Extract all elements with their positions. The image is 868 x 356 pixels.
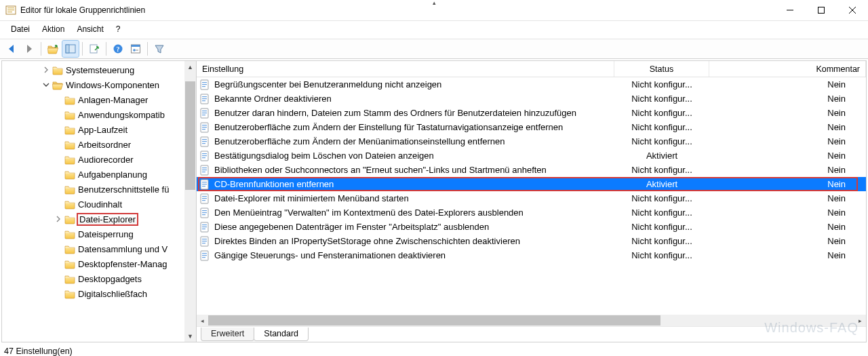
list-header: ▴ Einstellung Status Kommentar (197, 61, 866, 77)
tree-node-label: Anwendungskompatib (78, 110, 165, 120)
tree-node[interactable]: Arbeitsordner (6, 137, 196, 152)
scroll-down-icon[interactable]: ▼ (184, 330, 196, 342)
menu-action[interactable]: Aktion (37, 24, 70, 35)
back-button[interactable] (3, 41, 20, 57)
maximize-button[interactable] (806, 0, 837, 20)
folder-icon (64, 139, 75, 150)
forward-button[interactable] (21, 41, 37, 57)
tree-scrollbar[interactable]: ▲ ▼ (184, 61, 196, 342)
hscroll-thumb[interactable] (208, 315, 660, 325)
properties-icon[interactable] (127, 41, 144, 57)
filter-icon[interactable] (151, 41, 167, 57)
tree-node[interactable]: Anwendungskompatib (6, 107, 196, 122)
menu-help[interactable]: ? (111, 24, 126, 35)
tree-node[interactable]: Audiorecorder (6, 152, 196, 167)
chevron-right-icon[interactable] (43, 66, 52, 73)
export-list-icon[interactable] (86, 41, 102, 57)
tree-node[interactable]: Anlagen-Manager (6, 92, 196, 107)
tree-node[interactable]: App-Laufzeit (6, 122, 196, 137)
help-icon[interactable]: ? (110, 41, 126, 57)
list-row[interactable]: Gängige Steuerungs- und Fensteranimation… (197, 248, 866, 262)
tree-node-label: Arbeitsordner (78, 140, 131, 150)
tree-node-label: Windows-Komponenten (66, 80, 159, 90)
column-setting-label: Einstellung (202, 64, 243, 74)
list-body[interactable]: Begrüßungscenter bei Benutzeranmeldung n… (197, 77, 866, 315)
tree[interactable]: SystemsteuerungWindows-KomponentenAnlage… (2, 61, 196, 342)
minimize-button[interactable] (774, 0, 806, 20)
column-status[interactable]: Status (614, 61, 709, 77)
row-setting-label: Bibliotheken oder Suchconnectors an "Ern… (214, 165, 614, 175)
row-status: Nicht konfigur... (614, 122, 712, 132)
row-setting-label: Benutzer daran hindern, Dateien zum Stam… (214, 108, 614, 118)
svg-rect-6 (7, 9, 14, 10)
folder-icon (64, 214, 75, 224)
tree-node[interactable]: Dateisperrung (6, 226, 196, 241)
chevron-right-icon[interactable] (55, 216, 64, 222)
row-comment: Nein (712, 165, 866, 175)
menu-view[interactable]: Ansicht (71, 24, 108, 35)
column-comment-label: Kommentar (816, 64, 860, 74)
row-comment: Nein (712, 136, 866, 146)
row-comment: Nein (712, 151, 866, 161)
chevron-down-icon[interactable] (43, 81, 52, 88)
tree-node[interactable]: Desktopfenster-Manag (6, 256, 196, 271)
row-setting-label: Benutzeroberfläche zum Ändern der Einste… (214, 122, 614, 132)
list-row[interactable]: Begrüßungscenter bei Benutzeranmeldung n… (197, 77, 866, 92)
scroll-left-icon[interactable]: ◂ (197, 315, 208, 326)
folder-icon (64, 273, 75, 284)
row-setting-label: Direktes Binden an IPropertySetStorage o… (214, 236, 614, 246)
tree-node[interactable]: Benutzerschnittstelle fü (6, 182, 196, 197)
row-comment: Nein (712, 207, 866, 218)
scroll-up-icon[interactable]: ▲ (184, 61, 196, 73)
tab-standard[interactable]: Standard (254, 328, 309, 341)
tree-node[interactable]: Datei-Explorer (6, 212, 196, 226)
tree-node[interactable]: Digitalschließfach (6, 286, 196, 301)
row-status: Nicht konfigur... (614, 79, 712, 90)
list-row[interactable]: Bekannte Ordner deaktivierenNicht konfig… (197, 92, 866, 106)
row-comment: Nein (712, 94, 866, 104)
list-pane: ▴ Einstellung Status Kommentar Begrüßung… (197, 61, 866, 342)
close-button[interactable] (837, 0, 868, 20)
tree-node[interactable]: Datensammlung und V (6, 241, 196, 256)
up-one-level-icon[interactable] (45, 41, 61, 57)
folder-icon (64, 169, 75, 180)
tree-node[interactable]: Systemsteuerung (6, 62, 196, 77)
policy-setting-icon (199, 108, 210, 119)
folder-icon (64, 199, 75, 210)
list-row[interactable]: Benutzeroberfläche zum Ändern der Menüan… (197, 134, 866, 149)
scroll-right-icon[interactable]: ▸ (854, 315, 866, 326)
menu-file[interactable]: Datei (5, 24, 35, 35)
row-status: Nicht konfigur... (614, 165, 712, 175)
row-status: Aktiviert (614, 179, 712, 189)
tree-node[interactable]: Windows-Komponenten (6, 77, 196, 92)
tab-extended[interactable]: Erweitert (201, 328, 254, 341)
tree-pane: SystemsteuerungWindows-KomponentenAnlage… (2, 61, 197, 342)
list-row[interactable]: CD-Brennfunktionen entfernenAktiviertNei… (197, 177, 866, 191)
row-setting-label: Den Menüeintrag "Verwalten" im Kontextme… (214, 207, 614, 218)
folder-icon (64, 243, 75, 254)
list-row[interactable]: Den Menüeintrag "Verwalten" im Kontextme… (197, 205, 866, 220)
list-row[interactable]: Diese angegebenen Datenträger im Fenster… (197, 220, 866, 234)
tree-node-label: Benutzerschnittstelle fü (78, 184, 169, 195)
list-row[interactable]: Benutzeroberfläche zum Ändern der Einste… (197, 120, 866, 134)
column-setting[interactable]: ▴ Einstellung (197, 61, 614, 77)
column-comment[interactable]: Kommentar (709, 61, 866, 77)
tree-node[interactable]: Cloudinhalt (6, 197, 196, 212)
tree-node[interactable]: Desktopgadgets (6, 271, 196, 286)
folder-icon (64, 94, 75, 105)
tree-node[interactable]: Aufgabenplanung (6, 167, 196, 182)
list-row[interactable]: Bestätigungsdialog beim Löschen von Date… (197, 149, 866, 163)
row-comment: Nein (712, 222, 866, 232)
folder-icon (64, 229, 75, 239)
list-row[interactable]: Benutzer daran hindern, Dateien zum Stam… (197, 106, 866, 120)
list-row[interactable]: Datei-Explorer mit minimiertem Menüband … (197, 191, 866, 205)
row-status: Nicht konfigur... (614, 250, 712, 260)
row-comment: Nein (712, 122, 866, 132)
row-comment: Nein (712, 236, 866, 246)
scrollbar-thumb[interactable] (185, 81, 195, 190)
show-hide-tree-icon[interactable] (62, 41, 79, 57)
row-status: Nicht konfigur... (614, 94, 712, 104)
list-row[interactable]: Direktes Binden an IPropertySetStorage o… (197, 234, 866, 248)
list-row[interactable]: Bibliotheken oder Suchconnectors an "Ern… (197, 163, 866, 177)
list-hscrollbar[interactable]: ◂ ▸ (197, 315, 866, 326)
